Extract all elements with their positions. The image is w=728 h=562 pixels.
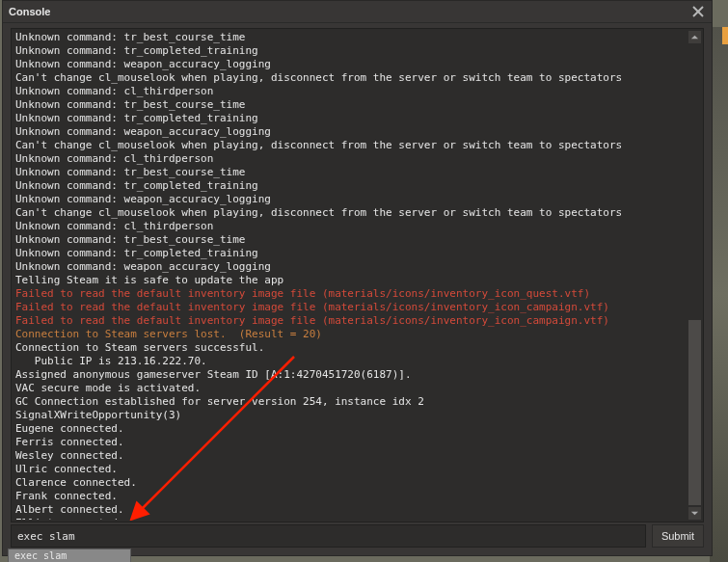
window-title: Console <box>9 6 690 17</box>
console-line: Failed to read the default inventory ima… <box>15 314 688 328</box>
console-line: Wesley connected. <box>15 449 688 463</box>
console-line: Ulric connected. <box>15 463 688 476</box>
console-line: Unknown command: weapon_accuracy_logging <box>15 260 688 274</box>
scrollbar[interactable] <box>688 31 701 520</box>
console-line: Unknown command: tr_best_course_time <box>15 166 688 179</box>
scroll-thumb[interactable] <box>688 320 701 505</box>
background-accent <box>722 27 728 44</box>
console-line: Unknown command: tr_best_course_time <box>15 31 688 44</box>
console-line: Ferris connected. <box>15 436 688 449</box>
console-line: Connection to Steam servers successful. <box>15 341 688 355</box>
console-line: Unknown command: tr_completed_training <box>15 44 688 58</box>
chevron-up-icon <box>690 33 699 41</box>
console-line: GC Connection established for server ver… <box>15 395 688 409</box>
console-output-area: Unknown command: tr_best_course_timeUnkn… <box>11 28 704 522</box>
console-line: Unknown command: tr_best_course_time <box>15 98 688 112</box>
console-line: Telling Steam it is safe to update the a… <box>15 274 688 287</box>
console-line: Connection to Steam servers lost. (Resul… <box>15 328 688 341</box>
autocomplete-popup[interactable]: exec slamexec slam_tracklist <box>8 549 131 562</box>
console-line: Failed to read the default inventory ima… <box>15 287 688 301</box>
console-window: Console Unknown command: tr_best_course_… <box>2 0 713 556</box>
autocomplete-item[interactable]: exec slam <box>9 549 130 562</box>
console-line: Can't change cl_mouselook when playing, … <box>15 71 688 85</box>
console-line: Unknown command: tr_completed_training <box>15 112 688 125</box>
title-bar[interactable]: Console <box>3 1 712 23</box>
console-line: Unknown command: tr_completed_training <box>15 179 688 193</box>
scroll-down-button[interactable] <box>688 507 701 520</box>
console-line: Frank connected. <box>15 490 688 503</box>
console-line: Clarence connected. <box>15 476 688 490</box>
console-output[interactable]: Unknown command: tr_best_course_timeUnkn… <box>15 31 688 520</box>
console-line: Unknown command: cl_thirdperson <box>15 152 688 166</box>
console-line: Elliot connected. <box>15 517 688 520</box>
console-line: Unknown command: weapon_accuracy_logging <box>15 125 688 139</box>
console-line: SignalXWriteOpportunity(3) <box>15 409 688 422</box>
console-line: Failed to read the default inventory ima… <box>15 301 688 314</box>
console-line: Can't change cl_mouselook when playing, … <box>15 139 688 152</box>
console-line: Eugene connected. <box>15 422 688 436</box>
console-line: Unknown command: tr_completed_training <box>15 247 688 260</box>
console-line: Public IP is 213.16.222.70. <box>15 355 688 368</box>
console-line: Assigned anonymous gameserver Steam ID [… <box>15 368 688 382</box>
console-input[interactable] <box>11 524 646 548</box>
submit-button[interactable]: Submit <box>652 524 704 548</box>
close-button[interactable] <box>690 4 706 19</box>
console-line: Unknown command: weapon_accuracy_logging <box>15 193 688 206</box>
console-line: Unknown command: cl_thirdperson <box>15 85 688 98</box>
close-icon <box>691 5 705 18</box>
console-input-row: Submit <box>11 524 704 548</box>
console-line: Can't change cl_mouselook when playing, … <box>15 206 688 220</box>
console-line: VAC secure mode is activated. <box>15 382 688 395</box>
console-line: Unknown command: weapon_accuracy_logging <box>15 58 688 71</box>
chevron-down-icon <box>690 509 699 518</box>
scroll-up-button[interactable] <box>688 31 701 43</box>
console-line: Unknown command: cl_thirdperson <box>15 220 688 233</box>
console-line: Unknown command: tr_best_course_time <box>15 233 688 247</box>
console-line: Albert connected. <box>15 503 688 517</box>
